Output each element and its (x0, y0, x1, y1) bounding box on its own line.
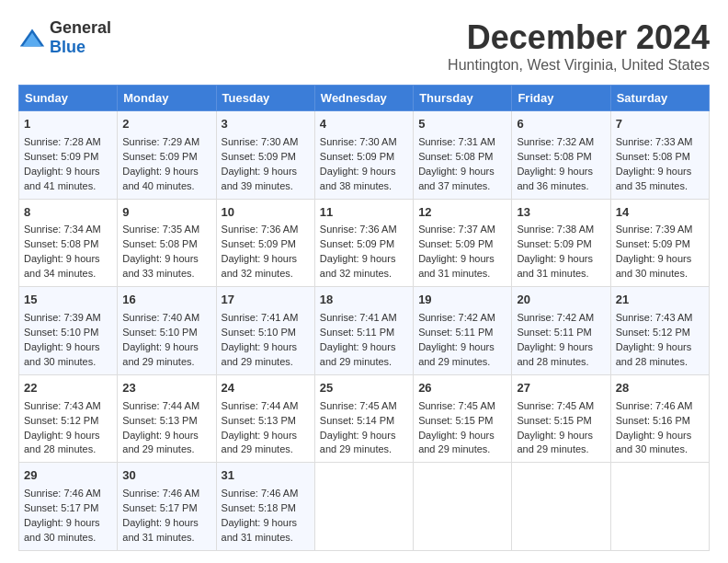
day-number: 24 (222, 380, 310, 397)
header-friday: Friday (512, 86, 610, 111)
calendar-cell: 26Sunrise: 7:45 AMSunset: 5:15 PMDayligh… (414, 374, 512, 463)
daylight: Daylight: 9 hours and 29 minutes. (320, 430, 396, 455)
daylight: Daylight: 9 hours and 31 minutes. (517, 253, 593, 279)
day-number: 7 (616, 116, 704, 133)
sunset: Sunset: 5:14 PM (320, 415, 394, 426)
day-number: 19 (418, 292, 506, 309)
sunset: Sunset: 5:18 PM (222, 502, 296, 513)
daylight: Daylight: 9 hours and 29 minutes. (320, 341, 396, 367)
daylight: Daylight: 9 hours and 40 minutes. (122, 166, 199, 191)
day-number: 25 (320, 380, 408, 397)
sunset: Sunset: 5:09 PM (222, 151, 296, 162)
sunrise: Sunrise: 7:45 AM (418, 400, 495, 411)
day-number: 22 (24, 380, 112, 397)
sunset: Sunset: 5:17 PM (122, 502, 197, 513)
sunset: Sunset: 5:17 PM (24, 502, 98, 513)
daylight: Daylight: 9 hours and 28 minutes. (517, 341, 593, 367)
subtitle: Huntington, West Virginia, United States (448, 57, 710, 74)
daylight: Daylight: 9 hours and 31 minutes. (122, 517, 199, 543)
sunrise: Sunrise: 7:34 AM (24, 224, 101, 235)
header: General Blue December 2024 Huntington, W… (18, 18, 710, 74)
daylight: Daylight: 9 hours and 35 minutes. (616, 166, 692, 191)
logo-icon (18, 28, 46, 48)
calendar-cell (314, 463, 413, 551)
calendar-cell: 7Sunrise: 7:33 AMSunset: 5:08 PMDaylight… (610, 111, 709, 200)
sunset: Sunset: 5:16 PM (616, 415, 690, 426)
calendar-cell: 29Sunrise: 7:46 AMSunset: 5:17 PMDayligh… (19, 463, 118, 551)
daylight: Daylight: 9 hours and 30 minutes. (616, 430, 692, 455)
sunrise: Sunrise: 7:45 AM (517, 400, 594, 411)
sunset: Sunset: 5:10 PM (24, 327, 98, 338)
calendar-cell (414, 463, 512, 551)
sunrise: Sunrise: 7:30 AM (222, 136, 299, 147)
sunrise: Sunrise: 7:28 AM (24, 136, 101, 147)
daylight: Daylight: 9 hours and 32 minutes. (222, 253, 298, 279)
day-number: 8 (24, 204, 112, 222)
sunrise: Sunrise: 7:46 AM (122, 488, 199, 499)
day-number: 18 (320, 292, 408, 309)
logo-blue: Blue (50, 38, 85, 56)
calendar-cell: 1Sunrise: 7:28 AMSunset: 5:09 PMDaylight… (19, 111, 118, 200)
sunset: Sunset: 5:08 PM (24, 238, 98, 249)
sunset: Sunset: 5:10 PM (122, 327, 197, 338)
week-row-5: 29Sunrise: 7:46 AMSunset: 5:17 PMDayligh… (19, 463, 710, 551)
daylight: Daylight: 9 hours and 39 minutes. (222, 166, 298, 191)
sunrise: Sunrise: 7:38 AM (517, 224, 594, 235)
day-number: 31 (222, 467, 310, 485)
header-thursday: Thursday (414, 86, 512, 111)
sunset: Sunset: 5:13 PM (122, 415, 197, 426)
daylight: Daylight: 9 hours and 31 minutes. (418, 253, 495, 279)
daylight: Daylight: 9 hours and 29 minutes. (418, 341, 495, 367)
sunrise: Sunrise: 7:31 AM (418, 136, 495, 147)
day-number: 9 (122, 204, 210, 222)
sunrise: Sunrise: 7:39 AM (24, 312, 101, 323)
calendar-cell: 11Sunrise: 7:36 AMSunset: 5:09 PMDayligh… (314, 199, 413, 287)
sunset: Sunset: 5:09 PM (24, 151, 98, 162)
day-number: 13 (517, 204, 605, 222)
daylight: Daylight: 9 hours and 30 minutes. (24, 341, 100, 367)
sunset: Sunset: 5:09 PM (517, 238, 591, 249)
sunset: Sunset: 5:09 PM (320, 151, 394, 162)
day-number: 6 (517, 116, 605, 133)
calendar-cell: 19Sunrise: 7:42 AMSunset: 5:11 PMDayligh… (414, 287, 512, 375)
header-saturday: Saturday (610, 86, 709, 111)
day-number: 1 (24, 116, 112, 133)
sunrise: Sunrise: 7:37 AM (418, 224, 495, 235)
day-number: 2 (122, 116, 210, 133)
header-wednesday: Wednesday (314, 86, 413, 111)
sunrise: Sunrise: 7:40 AM (122, 312, 199, 323)
sunrise: Sunrise: 7:43 AM (24, 400, 101, 411)
sunrise: Sunrise: 7:43 AM (616, 312, 693, 323)
calendar-cell: 12Sunrise: 7:37 AMSunset: 5:09 PMDayligh… (414, 199, 512, 287)
sunset: Sunset: 5:12 PM (616, 327, 690, 338)
day-number: 26 (418, 380, 506, 397)
daylight: Daylight: 9 hours and 29 minutes. (222, 430, 298, 455)
calendar-cell: 20Sunrise: 7:42 AMSunset: 5:11 PMDayligh… (512, 287, 610, 375)
daylight: Daylight: 9 hours and 31 minutes. (222, 517, 298, 543)
sunrise: Sunrise: 7:30 AM (320, 136, 397, 147)
calendar-cell: 10Sunrise: 7:36 AMSunset: 5:09 PMDayligh… (216, 199, 314, 287)
sunrise: Sunrise: 7:44 AM (122, 400, 199, 411)
daylight: Daylight: 9 hours and 38 minutes. (320, 166, 396, 191)
daylight: Daylight: 9 hours and 37 minutes. (418, 166, 495, 191)
sunset: Sunset: 5:13 PM (222, 415, 296, 426)
calendar-cell: 27Sunrise: 7:45 AMSunset: 5:15 PMDayligh… (512, 374, 610, 463)
sunset: Sunset: 5:08 PM (122, 238, 197, 249)
sunset: Sunset: 5:08 PM (418, 151, 493, 162)
day-number: 16 (122, 292, 210, 309)
calendar-cell (610, 463, 709, 551)
daylight: Daylight: 9 hours and 33 minutes. (122, 253, 199, 279)
calendar-cell: 6Sunrise: 7:32 AMSunset: 5:08 PMDaylight… (512, 111, 610, 200)
calendar-cell: 8Sunrise: 7:34 AMSunset: 5:08 PMDaylight… (19, 199, 118, 287)
sunset: Sunset: 5:09 PM (616, 238, 690, 249)
sunset: Sunset: 5:15 PM (418, 415, 493, 426)
day-number: 10 (222, 204, 310, 222)
sunset: Sunset: 5:08 PM (616, 151, 690, 162)
day-number: 3 (222, 116, 310, 133)
sunrise: Sunrise: 7:42 AM (517, 312, 594, 323)
calendar-cell: 23Sunrise: 7:44 AMSunset: 5:13 PMDayligh… (118, 374, 216, 463)
day-number: 4 (320, 116, 408, 133)
sunset: Sunset: 5:08 PM (517, 151, 591, 162)
calendar-cell: 18Sunrise: 7:41 AMSunset: 5:11 PMDayligh… (314, 287, 413, 375)
calendar-cell: 17Sunrise: 7:41 AMSunset: 5:10 PMDayligh… (216, 287, 314, 375)
